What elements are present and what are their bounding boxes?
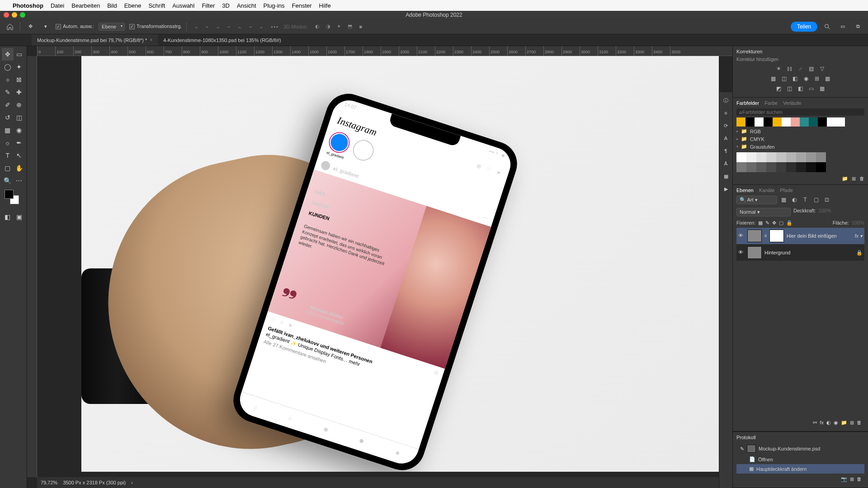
new-layer-icon[interactable]: ⊞ <box>850 420 854 426</box>
properties-panel-icon[interactable]: ⟳ <box>722 121 731 130</box>
menu-datei[interactable]: Datei <box>51 2 64 9</box>
brush-tool[interactable]: ✐ <box>2 99 14 111</box>
lasso-tool[interactable]: ◯ <box>2 61 14 73</box>
ruler-horizontal[interactable]: 0100200300400500600700800900100011001200… <box>37 46 732 56</box>
color-swatch[interactable] <box>818 117 827 127</box>
maximize-window[interactable] <box>20 12 25 18</box>
tab-kanaele[interactable]: Kanäle <box>759 188 774 193</box>
filter-adjust-icon[interactable]: ◐ <box>790 196 799 204</box>
blur-tool[interactable]: ◉ <box>14 124 25 136</box>
menu-filter[interactable]: Filter <box>202 2 215 9</box>
lock-transparency-icon[interactable]: ▦ <box>758 220 763 226</box>
menu-bearbeiten[interactable]: Bearbeiten <box>71 2 100 9</box>
color-lookup-icon[interactable]: ▦ <box>823 75 832 83</box>
filter-shape-icon[interactable]: ▢ <box>811 196 821 204</box>
frame-tool[interactable]: ⊠ <box>14 73 25 86</box>
gray-swatch[interactable] <box>806 152 816 162</box>
photo-filter-icon[interactable]: ◉ <box>802 75 811 83</box>
bw-icon[interactable]: ◧ <box>791 75 800 83</box>
color-swatch[interactable] <box>791 117 800 127</box>
foreground-color[interactable] <box>5 190 14 199</box>
delete-swatch-icon[interactable]: 🗑 <box>859 176 864 182</box>
gradient-tool[interactable]: ▦ <box>2 124 14 136</box>
gray-swatch[interactable] <box>766 152 776 162</box>
tab-verlaeufe[interactable]: Verläufe <box>783 100 801 106</box>
tab-pfade[interactable]: Pfade <box>780 188 793 193</box>
invert-icon[interactable]: ◩ <box>774 84 783 93</box>
align-top-icon[interactable]: ⫟ <box>224 22 234 32</box>
swatch-search-input[interactable] <box>742 109 862 115</box>
curves-icon[interactable]: ⟋ <box>796 65 805 73</box>
blend-mode-dropdown[interactable]: Normal ▾ <box>736 208 791 216</box>
shape-tool[interactable]: ▢ <box>2 162 14 174</box>
levels-icon[interactable]: ⫿⫿ <box>785 65 794 73</box>
zoom-level[interactable]: 79,72% <box>41 480 57 485</box>
mac-menubar[interactable]: Photoshop Datei Bearbeiten Bild Ebene Sc… <box>0 0 868 11</box>
history-item[interactable]: ▦ Hauptdeckkraft ändern <box>736 464 864 474</box>
align-left-icon[interactable]: ⫠ <box>191 22 201 32</box>
layer-mask-icon[interactable]: ◐ <box>826 420 831 426</box>
align-center-h-icon[interactable]: ⫟ <box>202 22 212 32</box>
ruler-vertical[interactable] <box>27 56 37 477</box>
actions-panel-icon[interactable]: ▶ <box>722 184 731 193</box>
color-swatch[interactable] <box>773 117 782 127</box>
gray-swatch[interactable] <box>806 162 816 172</box>
align-center-v-icon[interactable]: ⫠ <box>235 22 245 32</box>
tab-farbe[interactable]: Farbe <box>764 100 778 106</box>
share-button[interactable]: Teilen <box>791 22 817 32</box>
gray-swatch[interactable] <box>736 152 746 162</box>
hue-icon[interactable]: ▦ <box>769 75 778 83</box>
document-dimensions[interactable]: 3500 Px x 2318 Px (300 ppi) <box>63 480 126 485</box>
zoom-tool[interactable]: 🔍 <box>2 174 14 187</box>
transform-controls-checkbox[interactable]: Transformationsstrg. <box>129 23 182 29</box>
close-tab-icon[interactable]: × <box>150 38 152 42</box>
folder-cmyk[interactable]: ▸📁CMYK <box>736 135 864 143</box>
tab-farbfelder[interactable]: Farbfelder <box>736 100 759 106</box>
filter-smart-icon[interactable]: ⊡ <box>822 196 831 204</box>
screen-mode-tool[interactable]: ▣ <box>14 211 25 223</box>
home-icon[interactable] <box>5 21 15 32</box>
eraser-tool[interactable]: ◫ <box>14 111 25 124</box>
channel-mixer-icon[interactable]: ⊞ <box>812 75 821 83</box>
color-swatch[interactable] <box>755 117 764 127</box>
lock-all-icon[interactable]: 🔒 <box>786 220 793 226</box>
type-tool[interactable]: T <box>2 149 14 162</box>
layer-mask-thumbnail[interactable] <box>769 230 784 242</box>
auto-select-dropdown[interactable]: Ebene <box>99 23 125 31</box>
menu-schrift[interactable]: Schrift <box>148 2 165 9</box>
camera-icon[interactable]: 📷 <box>841 476 847 482</box>
opacity-value[interactable]: 100% <box>819 208 831 216</box>
hand-tool[interactable]: ✋ <box>14 162 25 174</box>
document-tab-2[interactable]: 4-Kundenstimme-1080x1350.psd bei 135% (R… <box>158 34 286 46</box>
info-panel-icon[interactable]: ⓘ <box>722 96 731 105</box>
menu-bild[interactable]: Bild <box>107 2 117 9</box>
gray-swatch[interactable] <box>796 152 806 162</box>
lock-artboard-icon[interactable]: ▢ <box>779 220 783 226</box>
lock-position-icon[interactable]: ✥ <box>772 220 776 226</box>
filter-pixel-icon[interactable]: ▦ <box>779 196 788 204</box>
color-swatch[interactable] <box>782 117 791 127</box>
minimize-window[interactable] <box>12 12 17 18</box>
threshold-icon[interactable]: ◧ <box>796 84 805 93</box>
path-tool[interactable]: ↖ <box>14 149 25 162</box>
grayscale-swatches[interactable] <box>736 152 827 172</box>
menu-hilfe[interactable]: Hilfe <box>319 2 331 9</box>
status-arrow-icon[interactable]: › <box>131 480 133 485</box>
gray-swatch[interactable] <box>766 162 776 172</box>
color-swatch[interactable] <box>800 117 809 127</box>
tab-ebenen[interactable]: Ebenen <box>736 188 754 193</box>
gray-swatch[interactable] <box>816 152 826 162</box>
paragraph-panel-icon[interactable]: ¶ <box>722 146 731 155</box>
dodge-tool[interactable]: ☼ <box>2 136 14 149</box>
arrange-icon[interactable]: ⧉ <box>853 21 863 32</box>
lock-icon[interactable]: 🔒 <box>856 250 863 256</box>
crop-tool[interactable]: ⟐ <box>2 73 14 86</box>
gray-swatch[interactable] <box>796 162 806 172</box>
gradient-map-icon[interactable]: ▭ <box>807 84 816 93</box>
visibility-icon[interactable]: 👁 <box>738 249 745 256</box>
gray-swatch[interactable] <box>736 162 746 172</box>
lock-pixels-icon[interactable]: ✎ <box>765 220 769 226</box>
color-balance-icon[interactable]: ◫ <box>780 75 789 83</box>
vibrance-icon[interactable]: ▽ <box>818 65 827 73</box>
magic-wand-tool[interactable]: ✦ <box>14 61 25 73</box>
